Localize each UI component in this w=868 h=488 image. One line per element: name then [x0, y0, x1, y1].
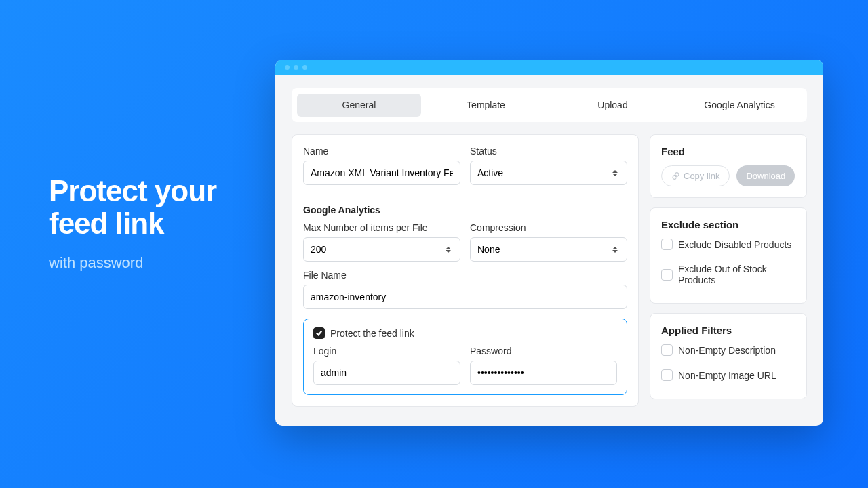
filter-desc-checkbox[interactable] — [661, 344, 673, 356]
app-window: General Template Upload Google Analytics… — [275, 60, 823, 426]
exclude-disabled-label: Exclude Disabled Products — [678, 239, 791, 250]
protect-checkbox[interactable] — [313, 327, 325, 339]
window-dot — [302, 65, 307, 70]
password-input-field[interactable] — [477, 367, 610, 378]
compression-label: Compression — [470, 222, 627, 233]
status-label: Status — [470, 146, 627, 157]
tab-template[interactable]: Template — [424, 94, 548, 117]
file-name-input-field[interactable] — [311, 291, 620, 302]
hero-copy: Protect your feed link with password — [49, 175, 279, 272]
ga-section-heading: Google Analytics — [303, 205, 627, 216]
password-input[interactable] — [470, 361, 617, 385]
copy-link-button[interactable]: Copy link — [661, 165, 730, 186]
exclude-disabled-checkbox[interactable] — [661, 239, 673, 250]
window-titlebar — [275, 60, 823, 75]
name-input[interactable] — [303, 161, 460, 185]
main-form-panel: Name Status Active — [292, 134, 639, 407]
login-input-field[interactable] — [321, 367, 453, 378]
protect-checkbox-label: Protect the feed link — [330, 328, 414, 339]
feed-title: Feed — [661, 146, 795, 157]
tab-general[interactable]: General — [297, 94, 421, 117]
status-select[interactable]: Active — [470, 161, 627, 185]
hero-title: Protect your feed link — [49, 175, 279, 241]
exclude-oos-checkbox[interactable] — [661, 269, 673, 281]
filter-img-label: Non-Empty Image URL — [678, 370, 776, 381]
password-label: Password — [470, 346, 617, 357]
filters-panel: Applied Filters Non-Empty Description No… — [650, 313, 807, 399]
compression-select[interactable]: None — [470, 237, 627, 262]
filter-img-checkbox[interactable] — [661, 369, 673, 381]
login-input[interactable] — [313, 361, 460, 385]
download-button[interactable]: Download — [736, 165, 795, 186]
download-label: Download — [746, 171, 785, 181]
window-dot — [285, 65, 290, 70]
max-items-select[interactable]: 200 — [303, 237, 460, 262]
tab-google-analytics[interactable]: Google Analytics — [677, 94, 802, 117]
filter-desc-label: Non-Empty Description — [678, 345, 776, 356]
file-name-label: File Name — [303, 270, 627, 281]
status-value: Active — [477, 167, 503, 178]
name-label: Name — [303, 146, 460, 157]
tab-upload[interactable]: Upload — [551, 94, 675, 117]
exclude-oos-label: Exclude Out of Stock Products — [678, 264, 795, 285]
chevron-updown-icon — [610, 168, 620, 178]
max-items-label: Max Number of items per File — [303, 222, 460, 233]
max-items-value: 200 — [311, 244, 326, 255]
hero-subtitle: with password — [49, 254, 279, 272]
chevron-updown-icon — [610, 245, 620, 254]
feed-panel: Feed Copy link Download — [650, 134, 807, 198]
login-label: Login — [313, 346, 460, 357]
copy-link-label: Copy link — [684, 171, 719, 181]
file-name-input[interactable] — [303, 285, 627, 309]
filters-title: Applied Filters — [661, 325, 795, 336]
chevron-updown-icon — [443, 245, 453, 254]
tab-bar: General Template Upload Google Analytics — [292, 88, 807, 122]
protect-link-group: Protect the feed link Login Password — [303, 319, 627, 395]
link-icon — [671, 171, 680, 180]
exclude-panel: Exclude section Exclude Disabled Product… — [650, 207, 807, 304]
exclude-title: Exclude section — [661, 219, 795, 230]
window-dot — [294, 65, 298, 70]
compression-value: None — [477, 244, 500, 255]
name-input-field[interactable] — [311, 167, 453, 178]
divider — [303, 195, 627, 195]
